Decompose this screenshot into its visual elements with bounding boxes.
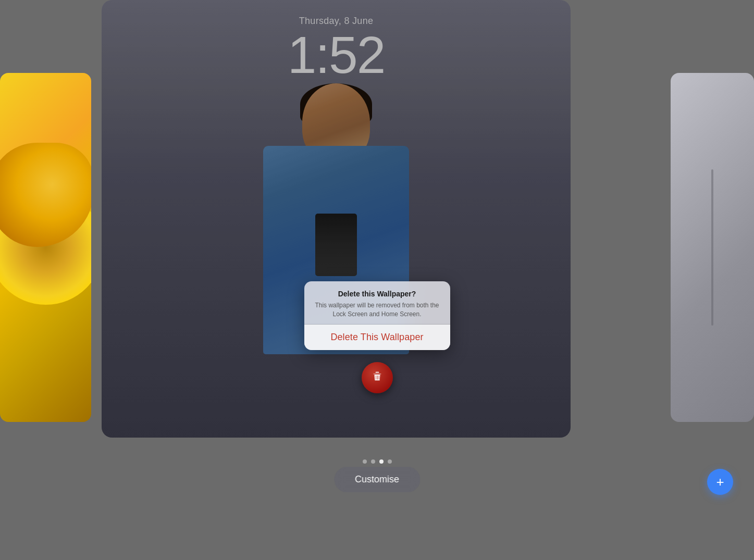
trash-icon [372,370,383,385]
add-wallpaper-button[interactable]: + [707,469,733,495]
dialog-title: Delete this Wallpaper? [313,290,442,298]
dialog-subtitle: This wallpaper will be removed from both… [313,301,442,319]
dot-3 [388,459,392,464]
wallpaper-right[interactable] [671,73,754,422]
customise-button[interactable]: Customise [334,467,420,492]
dot-0 [363,459,367,464]
plus-icon: + [716,474,724,490]
delete-circle-button[interactable] [362,362,393,393]
delete-wallpaper-button[interactable]: Delete This Wallpaper [304,325,450,350]
page-dots [363,459,392,464]
dialog-content: Delete this Wallpaper? This wallpaper wi… [304,281,450,324]
dot-2-active [379,459,384,464]
delete-dialog: Delete this Wallpaper? This wallpaper wi… [304,281,450,350]
wallpaper-left[interactable] [0,73,91,422]
wallpaper-center[interactable]: Thursday, 8 June 1:52 [102,0,571,438]
wallpaper-overlay [102,0,571,438]
dot-1 [371,459,375,464]
